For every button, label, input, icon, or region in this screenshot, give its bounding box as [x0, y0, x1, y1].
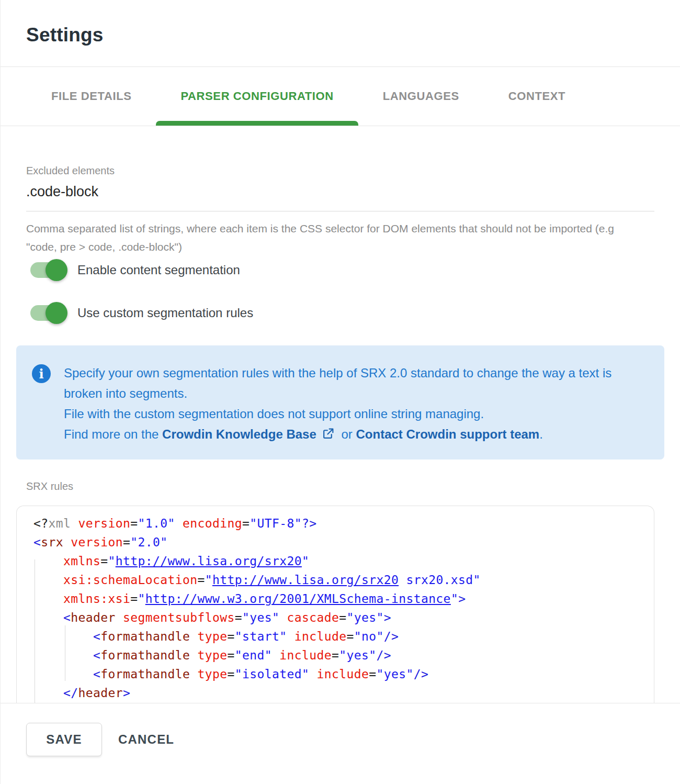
code-token: [63, 535, 71, 549]
custom-segmentation-row: Use custom segmentation rules: [30, 302, 680, 324]
code-token: [116, 611, 123, 624]
indent-guide: [35, 559, 35, 703]
code-token: header: [71, 611, 115, 624]
code-token: "1.0": [138, 517, 175, 530]
code-token: />: [384, 630, 399, 643]
code-token: formathandle: [100, 648, 190, 662]
contact-support-link[interactable]: Contact Crowdin support team: [356, 427, 540, 441]
dialog-header: Settings: [1, 0, 680, 67]
code-token: <: [93, 648, 100, 662]
code-token: [33, 573, 63, 587]
code-token: />: [414, 667, 429, 681]
code-token: "2.0": [130, 535, 167, 549]
excluded-elements-help: Comma separated list of strings, where e…: [26, 219, 622, 256]
code-token: [71, 517, 78, 530]
code-line: <formathandle type="end" include="yes"/>: [33, 646, 654, 665]
code-line: <formathandle type="isolated" include="y…: [33, 665, 654, 684]
code-line: </header>: [33, 684, 654, 702]
code-token: xsi:schemaLocation: [63, 573, 197, 587]
code-line: xmlns="http://www.lisa.org/srx20": [33, 552, 654, 570]
info-find-prefix: Find more on the: [64, 427, 162, 441]
code-line: <header segmentsubflows="yes" cascade="y…: [33, 608, 654, 627]
code-token: =: [100, 554, 108, 568]
tab-file-details[interactable]: FILE DETAILS: [27, 67, 156, 126]
code-token: "no": [354, 630, 384, 643]
code-token: [272, 648, 279, 662]
code-token: "yes": [242, 611, 279, 624]
save-button[interactable]: SAVE: [26, 723, 102, 756]
code-token: <: [63, 611, 71, 624]
code-token: type: [197, 667, 227, 681]
segmentation-info-box: i Specify your own segmentation rules wi…: [16, 345, 664, 460]
toggle-thumb: [46, 259, 67, 281]
tab-bar: FILE DETAILS PARSER CONFIGURATION LANGUA…: [1, 67, 680, 126]
srx-rules-editor[interactable]: <?xml version="1.0" encoding="UTF-8"?><s…: [16, 506, 654, 703]
code-token: <: [33, 535, 41, 549]
excluded-elements-input[interactable]: .code-block: [26, 184, 654, 211]
code-token: ": [451, 592, 458, 606]
code-token: segmentsubflows: [123, 611, 235, 624]
toggle-label: Use custom segmentation rules: [77, 306, 253, 320]
code-token: "end": [235, 648, 272, 662]
code-line: xmlns:xsi="http://www.w3.org/2001/XMLSch…: [33, 589, 654, 608]
code-token: [190, 648, 197, 662]
content-segmentation-toggle[interactable]: [30, 262, 66, 278]
code-token: version: [78, 517, 131, 530]
info-text: Specify your own segmentation rules with…: [64, 363, 618, 446]
code-token: =: [123, 535, 130, 549]
tab-parser-configuration[interactable]: PARSER CONFIGURATION: [156, 67, 358, 126]
code-token: srx: [41, 535, 63, 549]
info-line-3: Find more on the Crowdin Knowledge Base …: [64, 424, 618, 446]
code-token: xml: [49, 517, 71, 530]
code-token: [190, 667, 197, 681]
code-token: ?>: [302, 517, 317, 530]
code-token: [33, 630, 93, 643]
code-token: http://www.w3.org/2001/XMLSchema-instanc…: [145, 592, 451, 606]
code-token: "yes": [339, 648, 376, 662]
code-token: =: [332, 648, 339, 662]
code-token: "UTF-8": [250, 517, 302, 530]
tab-context[interactable]: CONTEXT: [484, 67, 590, 126]
info-icon: i: [32, 364, 51, 383]
code-token: include: [294, 630, 347, 643]
code-token: >: [458, 592, 466, 606]
code-token: =: [197, 573, 205, 587]
custom-segmentation-toggle[interactable]: [30, 305, 66, 321]
code-token: type: [197, 630, 227, 643]
code-token: "yes": [376, 667, 413, 681]
code-token: >: [123, 686, 130, 700]
code-token: />: [376, 648, 391, 662]
code-line: <?xml version="1.0" encoding="UTF-8"?>: [33, 514, 654, 533]
code-token: ": [138, 592, 145, 606]
code-token: ": [108, 554, 116, 568]
knowledge-base-link[interactable]: Crowdin Knowledge Base: [162, 427, 316, 441]
code-token: =: [130, 517, 138, 530]
cancel-button[interactable]: CANCEL: [118, 727, 174, 752]
code-token: [33, 686, 63, 700]
code-token: [287, 630, 294, 643]
code-token: version: [71, 535, 123, 549]
code-token: include: [279, 648, 332, 662]
code-token: srx20.xsd": [399, 573, 481, 587]
info-line-2: File with the custom segmentation does n…: [64, 404, 618, 424]
code-token: =: [235, 611, 242, 624]
code-token: header: [78, 686, 123, 700]
code-token: cascade: [287, 611, 339, 624]
toggle-label: Enable content segmentation: [77, 263, 240, 277]
excluded-elements-label: Excluded elements: [26, 165, 654, 177]
external-link-icon[interactable]: [322, 425, 335, 446]
code-token: =: [339, 611, 346, 624]
code-token: encoding: [183, 517, 242, 530]
code-token: [175, 517, 183, 530]
code-token: xmlns:xsi: [63, 592, 130, 606]
tab-label: LANGUAGES: [383, 89, 459, 103]
tab-label: CONTEXT: [508, 89, 565, 103]
code-token: http://www.lisa.org/srx20: [212, 573, 399, 587]
code-token: =: [369, 667, 376, 681]
content-segmentation-row: Enable content segmentation: [30, 259, 680, 281]
code-token: "yes": [346, 611, 383, 624]
page-title: Settings: [26, 24, 680, 46]
tab-languages[interactable]: LANGUAGES: [358, 67, 484, 126]
code-token: [279, 611, 287, 624]
info-period: .: [539, 427, 543, 441]
